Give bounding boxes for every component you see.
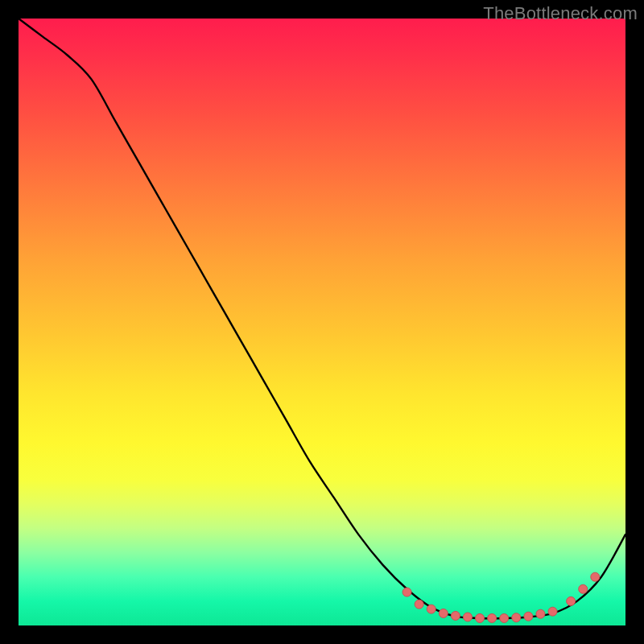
marker-dot (500, 613, 509, 622)
marker-dot (427, 605, 436, 613)
marker-dot (476, 613, 485, 622)
marker-dot (451, 611, 460, 620)
marker-dot (512, 613, 521, 622)
chart-svg (19, 19, 625, 625)
marker-dot (524, 612, 533, 621)
watermark-text: TheBottleneck.com (483, 3, 638, 24)
marker-dot (463, 613, 472, 621)
chart-frame: TheBottleneck.com (0, 0, 644, 644)
marker-dot (567, 597, 576, 605)
marker-dot (548, 607, 557, 616)
marker-dot (591, 572, 600, 581)
marker-dot (439, 609, 448, 617)
marker-dot (579, 584, 588, 593)
plot-area (19, 19, 625, 625)
marker-dot (415, 600, 423, 609)
marker-dot (536, 609, 545, 618)
marker-dot (488, 613, 497, 622)
curve-markers (402, 572, 600, 622)
marker-dot (402, 588, 411, 597)
curve-line (19, 19, 625, 618)
